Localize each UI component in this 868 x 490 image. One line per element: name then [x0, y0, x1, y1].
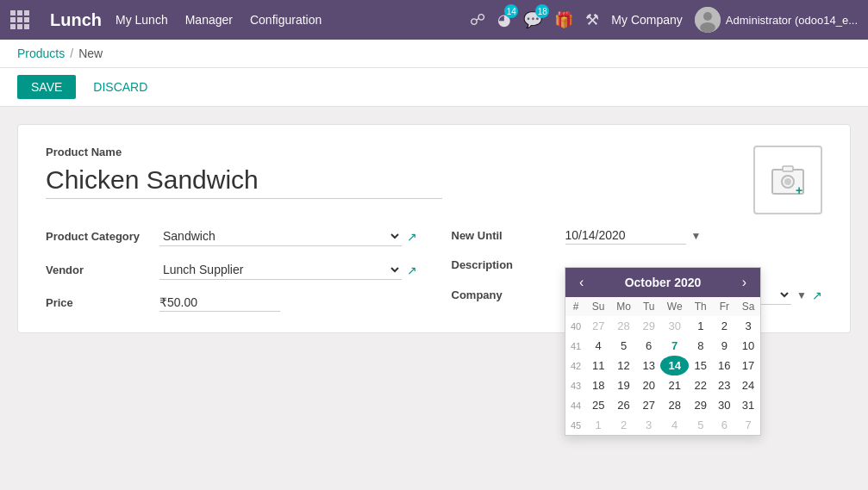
clock-icon-badge[interactable]: ◕ 14 [497, 10, 511, 29]
calendar-day[interactable]: 3 [736, 316, 760, 336]
calendar-day[interactable]: 7 [660, 336, 689, 350]
svg-rect-6 [783, 166, 793, 171]
calendar-header: ‹ October 2020 › [565, 268, 760, 297]
calendar-day[interactable]: 27 [586, 316, 610, 336]
user-name: Administrator (odoo14_e... [726, 14, 858, 27]
product-image-upload[interactable]: + [753, 146, 822, 214]
new-until-input[interactable] [565, 226, 686, 245]
app-name: Lunch [50, 10, 102, 30]
calendar-day[interactable]: 2 [713, 316, 737, 336]
nav-icons: ☍ ◕ 14 💬 18 🎁 ⚒ My Company Administrator… [470, 7, 858, 33]
calendar-week-row: 4027282930123 [565, 316, 760, 336]
save-button[interactable]: SAVE [17, 75, 76, 99]
price-row: Price [46, 294, 417, 312]
calendar-week-row: 4145678910 [565, 336, 760, 350]
week-number: 40 [565, 316, 586, 336]
new-until-row: New Until ▼ [452, 226, 823, 245]
menu-my-lunch[interactable]: My Lunch [116, 13, 168, 27]
svg-point-5 [784, 178, 791, 185]
cal-col-header: We [660, 297, 689, 316]
breadcrumb: Products / New [0, 40, 868, 68]
category-row: Product Category Sandwich ↗ [46, 226, 417, 246]
cal-col-header: Mo [610, 297, 637, 316]
svg-point-1 [703, 12, 712, 21]
breadcrumb-parent[interactable]: Products [17, 47, 65, 60]
calendar-day[interactable]: 8 [689, 336, 713, 350]
date-dropdown-icon[interactable]: ▼ [691, 230, 702, 242]
new-until-label: New Until [452, 229, 555, 242]
company-external-link-icon[interactable]: ↗ [812, 288, 822, 302]
user-menu[interactable]: Administrator (odoo14_e... [695, 7, 858, 33]
cal-col-header: # [565, 297, 586, 316]
breadcrumb-current: New [78, 47, 103, 60]
chat-badge: 18 [535, 4, 549, 18]
cal-col-header: Su [586, 297, 610, 316]
description-label: Description [452, 258, 555, 271]
menu-manager[interactable]: Manager [185, 13, 233, 27]
breadcrumb-sep: / [70, 47, 73, 60]
gift-icon[interactable]: 🎁 [554, 10, 573, 29]
alert-icon[interactable]: ☍ [470, 10, 485, 29]
company-label: Company [452, 288, 555, 301]
calendar-day[interactable]: 1 [689, 316, 713, 336]
svg-point-2 [700, 22, 715, 33]
clock-badge: 14 [504, 4, 518, 18]
cal-col-header: Th [689, 297, 713, 316]
category-select[interactable]: Sandwich [159, 226, 402, 246]
discard-button[interactable]: DISCARD [86, 75, 154, 99]
product-name-input[interactable] [46, 162, 442, 199]
company-name[interactable]: My Company [611, 13, 682, 27]
vendor-select[interactable]: Lunch Supplier [159, 260, 402, 280]
category-label: Product Category [46, 230, 149, 243]
cal-col-header: Sa [736, 297, 760, 316]
calendar-day[interactable]: 9 [713, 336, 737, 350]
form-left: Product Category Sandwich ↗ Vendor Lunch… [46, 226, 417, 312]
calendar-day[interactable]: 28 [610, 316, 637, 336]
menu-configuration[interactable]: Configuration [250, 13, 322, 27]
calendar-day[interactable]: 29 [637, 316, 661, 336]
chat-icon-badge[interactable]: 💬 18 [523, 10, 542, 29]
calendar-day[interactable]: 10 [736, 336, 760, 350]
calendar-day[interactable]: 4 [586, 336, 610, 350]
vendor-external-link-icon[interactable]: ↗ [407, 264, 417, 277]
calendar-month-label[interactable]: October 2020 [625, 276, 702, 289]
top-menu: My Lunch Manager Configuration [116, 13, 322, 27]
action-bar: SAVE DISCARD [0, 68, 868, 107]
calendar-next-button[interactable]: › [739, 275, 750, 290]
calendar-grid: #SuMoTuWeThFrSa 402728293012341456789104… [565, 297, 760, 350]
grid-icon[interactable] [10, 10, 29, 29]
calendar-day[interactable]: 6 [637, 336, 661, 350]
svg-text:+: + [796, 183, 802, 195]
product-name-label: Product Name [46, 146, 822, 158]
cal-col-header: Tu [637, 297, 661, 316]
vendor-label: Vendor [46, 264, 149, 276]
calendar-day[interactable]: 30 [660, 316, 689, 336]
avatar [695, 7, 721, 33]
calendar-prev-button[interactable]: ‹ [576, 275, 587, 290]
category-external-link-icon[interactable]: ↗ [407, 230, 417, 244]
settings-icon[interactable]: ⚒ [585, 10, 599, 29]
company-dropdown-icon[interactable]: ▼ [796, 289, 807, 301]
cal-col-header: Fr [713, 297, 737, 316]
week-number: 41 [565, 336, 586, 350]
price-label: Price [46, 296, 149, 309]
price-input[interactable] [159, 294, 280, 312]
vendor-row: Vendor Lunch Supplier ↗ [46, 260, 417, 280]
top-navigation: Lunch My Lunch Manager Configuration ☍ ◕… [0, 0, 868, 40]
calendar-day[interactable]: 5 [610, 336, 637, 350]
calendar-popup: ‹ October 2020 › #SuMoTuWeThFrSa 4027282… [565, 267, 761, 350]
